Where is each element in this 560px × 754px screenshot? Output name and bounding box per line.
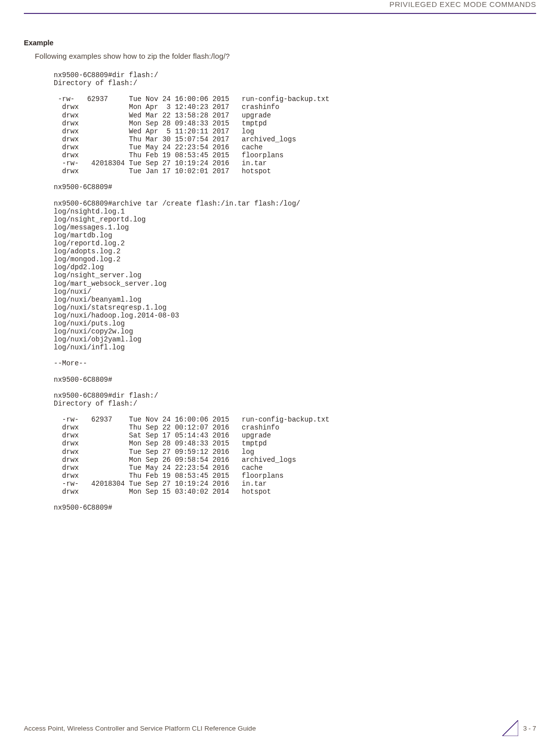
code-line: log/nuxi/obj2yaml.log — [54, 335, 141, 343]
page-corner-icon — [502, 720, 518, 736]
code-line: nx9500-6C8809# — [54, 504, 112, 512]
code-line: log/nsight_server.log — [54, 271, 141, 279]
prose-lead: Following examples show how to zip the f… — [35, 52, 536, 60]
code-line: Directory of flash:/ — [54, 400, 137, 408]
code-line: drwx Thu Feb 19 08:53:45 2015 floorplans — [54, 472, 283, 480]
code-line: Directory of flash:/ — [54, 79, 137, 87]
code-line: log/mongod.log.2 — [54, 255, 120, 263]
code-line: nx9500-6C8809#dir flash:/ — [54, 71, 158, 79]
footer-text: Access Point, Wireless Controller and Se… — [24, 725, 256, 732]
code-line: -rw- 42018304 Tue Sep 27 10:19:24 2016 i… — [54, 159, 267, 167]
code-line: log/nsightd.log.1 — [54, 208, 125, 215]
code-line: log/dpd2.log — [54, 263, 104, 271]
code-line: -rw- 62937 Tue Nov 24 16:00:06 2015 run-… — [54, 95, 330, 103]
code-line: -rw- 42018304 Tue Sep 27 10:19:24 2016 i… — [54, 480, 267, 488]
code-line: nx9500-6C8809#archive tar /create flash:… — [54, 200, 300, 208]
code-line: log/nuxi/copy2w.log — [54, 327, 133, 335]
code-line: drwx Tue Jan 17 10:02:01 2017 hotspot — [54, 167, 271, 175]
code-line: drwx Thu Sep 22 00:12:07 2016 crashinfo — [54, 424, 280, 431]
code-line: drwx Mon Sep 28 09:48:33 2015 tmptpd — [54, 439, 267, 447]
code-line: drwx Tue May 24 22:23:54 2016 cache — [54, 464, 263, 472]
code-line: drwx Sat Sep 17 05:14:43 2016 upgrade — [54, 431, 271, 439]
code-block: nx9500-6C8809#dir flash:/ Directory of f… — [54, 63, 536, 520]
code-line: drwx Mon Sep 15 03:40:02 2014 hotspot — [54, 488, 271, 496]
code-line: log/nuxi/puts.log — [54, 320, 125, 327]
code-line: log/nuxi/beanyaml.log — [54, 296, 141, 304]
code-line: -rw- 62937 Tue Nov 24 16:00:06 2015 run-… — [54, 416, 330, 424]
header-rule — [24, 13, 536, 14]
code-line: --More-- — [54, 359, 87, 367]
page-header-title: PRIVILEGED EXEC MODE COMMANDS — [389, 0, 536, 8]
code-line: log/nuxi/infl.log — [54, 343, 125, 351]
code-line: log/nuxi/hadoop.log.2014-08-03 — [54, 312, 179, 320]
code-line: log/nsight_reportd.log — [54, 215, 146, 223]
code-line: log/messages.1.log — [54, 223, 129, 231]
code-line: log/nuxi/ — [54, 288, 92, 296]
code-line: nx9500-6C8809# — [54, 376, 112, 384]
code-line: log/mart_websock_server.log — [54, 280, 167, 288]
heading-example: Example — [24, 39, 536, 47]
code-line: drwx Tue Sep 27 09:59:12 2016 log — [54, 448, 254, 456]
code-line: log/martdb.log — [54, 231, 112, 239]
code-line: log/reportd.log.2 — [54, 239, 125, 247]
code-line: log/adopts.log.2 — [54, 247, 120, 255]
code-line: nx9500-6C8809#dir flash:/ — [54, 392, 158, 400]
code-line: drwx Thu Feb 19 08:53:45 2015 floorplans — [54, 151, 283, 159]
code-line: drwx Thu Mar 30 15:07:54 2017 archived_l… — [54, 135, 296, 143]
code-line: log/nuxi/statsreqresp.1.log — [54, 304, 167, 312]
footer-page-number: 3 - 7 — [523, 725, 536, 732]
code-line: drwx Tue May 24 22:23:54 2016 cache — [54, 143, 263, 151]
code-line: drwx Wed Apr 5 11:20:11 2017 log — [54, 127, 254, 135]
code-line: drwx Mon Sep 28 09:48:33 2015 tmptpd — [54, 119, 267, 127]
code-line: drwx Mon Apr 3 12:40:23 2017 crashinfo — [54, 103, 280, 111]
code-line: drwx Wed Mar 22 13:58:28 2017 upgrade — [54, 111, 271, 119]
code-line: nx9500-6C8809# — [54, 183, 112, 191]
code-line: drwx Mon Sep 26 09:58:54 2016 archived_l… — [54, 456, 296, 464]
